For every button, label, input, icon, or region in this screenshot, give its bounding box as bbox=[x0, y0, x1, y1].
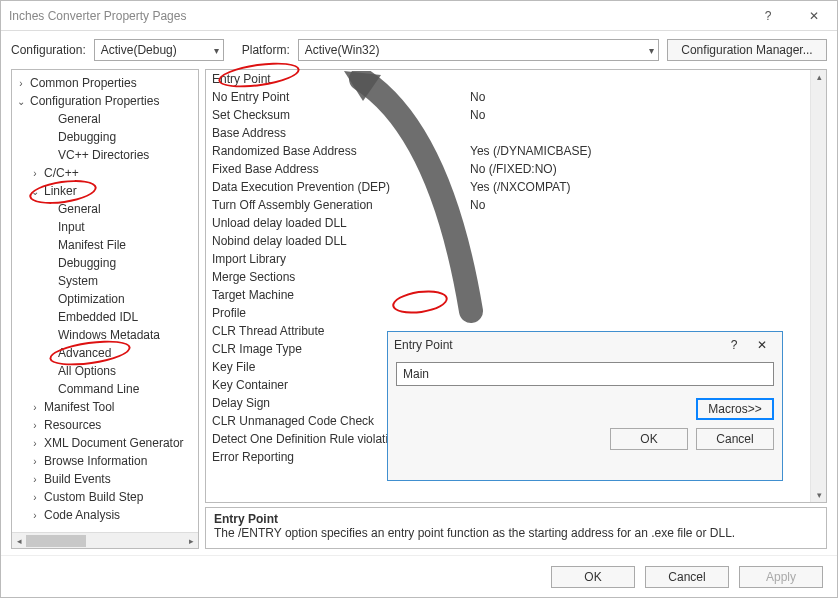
property-value[interactable]: No (/FIXED:NO) bbox=[466, 162, 810, 176]
property-row[interactable]: Nobind delay loaded DLL bbox=[206, 232, 810, 250]
tree-item-label: Resources bbox=[42, 418, 101, 432]
property-name: Profile bbox=[206, 306, 466, 320]
scroll-left-icon[interactable]: ◂ bbox=[12, 533, 26, 549]
property-row[interactable]: Base Address bbox=[206, 124, 810, 142]
tree-item-label: General bbox=[56, 202, 101, 216]
chevron-down-icon[interactable]: ⌄ bbox=[28, 186, 42, 197]
chevron-right-icon[interactable]: › bbox=[28, 474, 42, 485]
tree-item[interactable]: VC++ Directories bbox=[14, 146, 198, 164]
tree-item[interactable]: ›Build Events bbox=[14, 470, 198, 488]
ok-button[interactable]: OK bbox=[551, 566, 635, 588]
scroll-up-icon[interactable]: ▴ bbox=[811, 70, 827, 84]
property-row[interactable]: Fixed Base AddressNo (/FIXED:NO) bbox=[206, 160, 810, 178]
tree-item[interactable]: General bbox=[14, 110, 198, 128]
tree-item-label: Custom Build Step bbox=[42, 490, 143, 504]
chevron-down-icon: ▾ bbox=[214, 45, 219, 56]
scroll-down-icon[interactable]: ▾ bbox=[811, 488, 827, 502]
chevron-right-icon[interactable]: › bbox=[28, 420, 42, 431]
tree-item-label: Linker bbox=[42, 184, 77, 198]
property-row[interactable]: Unload delay loaded DLL bbox=[206, 214, 810, 232]
property-row[interactable]: Data Execution Prevention (DEP)Yes (/NXC… bbox=[206, 178, 810, 196]
property-row[interactable]: No Entry PointNo bbox=[206, 88, 810, 106]
chevron-right-icon[interactable]: › bbox=[28, 456, 42, 467]
close-icon[interactable]: ✕ bbox=[791, 1, 837, 31]
entry-point-popup: Entry Point ? ✕ Main Macros>> OK Cancel bbox=[387, 331, 783, 481]
tree-item[interactable]: Optimization bbox=[14, 290, 198, 308]
navigation-tree-pane: ›Common Properties⌄Configuration Propert… bbox=[11, 69, 199, 549]
configuration-combo[interactable]: Active(Debug) ▾ bbox=[94, 39, 224, 61]
tree-item[interactable]: General bbox=[14, 200, 198, 218]
property-row[interactable]: Entry Point bbox=[206, 70, 810, 88]
tree-item-label: Manifest Tool bbox=[42, 400, 114, 414]
property-row[interactable]: Set ChecksumNo bbox=[206, 106, 810, 124]
tree-item[interactable]: Command Line bbox=[14, 380, 198, 398]
property-name: Import Library bbox=[206, 252, 466, 266]
property-row[interactable]: Target Machine bbox=[206, 286, 810, 304]
cancel-button[interactable]: Cancel bbox=[645, 566, 729, 588]
scroll-right-icon[interactable]: ▸ bbox=[184, 533, 198, 549]
property-value[interactable]: Yes (/NXCOMPAT) bbox=[466, 180, 810, 194]
configuration-value: Active(Debug) bbox=[101, 43, 208, 57]
tree-item[interactable]: Windows Metadata bbox=[14, 326, 198, 344]
property-value[interactable]: No bbox=[466, 108, 810, 122]
tree-horizontal-scrollbar[interactable]: ◂ ▸ bbox=[12, 532, 198, 548]
property-pages-window: Inches Converter Property Pages ? ✕ Conf… bbox=[0, 0, 838, 598]
property-name: Entry Point bbox=[206, 72, 466, 86]
tree-item[interactable]: ›C/C++ bbox=[14, 164, 198, 182]
property-name: Merge Sections bbox=[206, 270, 466, 284]
tree-item-label: All Options bbox=[56, 364, 116, 378]
chevron-right-icon[interactable]: › bbox=[28, 492, 42, 503]
tree-item[interactable]: Manifest File bbox=[14, 236, 198, 254]
popup-close-icon[interactable]: ✕ bbox=[748, 338, 776, 352]
configuration-manager-button[interactable]: Configuration Manager... bbox=[667, 39, 827, 61]
tree-item[interactable]: Debugging bbox=[14, 254, 198, 272]
chevron-right-icon[interactable]: › bbox=[28, 510, 42, 521]
popup-ok-button[interactable]: OK bbox=[610, 428, 688, 450]
description-title: Entry Point bbox=[214, 512, 818, 526]
tree-item[interactable]: Advanced bbox=[14, 344, 198, 362]
tree-item-label: Build Events bbox=[42, 472, 111, 486]
tree-item[interactable]: ⌄Linker bbox=[14, 182, 198, 200]
property-row[interactable]: Profile bbox=[206, 304, 810, 322]
property-row[interactable]: Merge Sections bbox=[206, 268, 810, 286]
help-icon[interactable]: ? bbox=[745, 1, 791, 31]
property-value[interactable]: Yes (/DYNAMICBASE) bbox=[466, 144, 810, 158]
chevron-right-icon[interactable]: › bbox=[28, 438, 42, 449]
tree-item[interactable]: ›Code Analysis bbox=[14, 506, 198, 524]
tree-item[interactable]: ›Common Properties bbox=[14, 74, 198, 92]
window-title: Inches Converter Property Pages bbox=[9, 9, 745, 23]
property-value[interactable]: No bbox=[466, 198, 810, 212]
chevron-right-icon[interactable]: › bbox=[28, 402, 42, 413]
platform-combo[interactable]: Active(Win32) ▾ bbox=[298, 39, 659, 61]
tree-item[interactable]: ›Resources bbox=[14, 416, 198, 434]
tree-item-label: Windows Metadata bbox=[56, 328, 160, 342]
tree-item[interactable]: ⌄Configuration Properties bbox=[14, 92, 198, 110]
tree-item[interactable]: ›Custom Build Step bbox=[14, 488, 198, 506]
chevron-right-icon[interactable]: › bbox=[28, 168, 42, 179]
tree-item[interactable]: Embedded IDL bbox=[14, 308, 198, 326]
navigation-tree[interactable]: ›Common Properties⌄Configuration Propert… bbox=[12, 70, 198, 532]
property-row[interactable]: Randomized Base AddressYes (/DYNAMICBASE… bbox=[206, 142, 810, 160]
grid-vertical-scrollbar[interactable]: ▴ ▾ bbox=[810, 70, 826, 502]
popup-help-icon[interactable]: ? bbox=[720, 338, 748, 352]
property-row[interactable]: Import Library bbox=[206, 250, 810, 268]
description-pane: Entry Point The /ENTRY option specifies … bbox=[205, 507, 827, 549]
property-row[interactable]: Turn Off Assembly GenerationNo bbox=[206, 196, 810, 214]
tree-item[interactable]: Debugging bbox=[14, 128, 198, 146]
tree-item-label: Debugging bbox=[56, 130, 116, 144]
tree-item[interactable]: ›XML Document Generator bbox=[14, 434, 198, 452]
popup-titlebar: Entry Point ? ✕ bbox=[388, 332, 782, 358]
tree-item[interactable]: Input bbox=[14, 218, 198, 236]
tree-item[interactable]: System bbox=[14, 272, 198, 290]
chevron-down-icon[interactable]: ⌄ bbox=[14, 96, 28, 107]
chevron-right-icon[interactable]: › bbox=[14, 78, 28, 89]
scroll-thumb[interactable] bbox=[26, 535, 86, 547]
tree-item[interactable]: ›Browse Information bbox=[14, 452, 198, 470]
popup-cancel-button[interactable]: Cancel bbox=[696, 428, 774, 450]
property-value[interactable]: No bbox=[466, 90, 810, 104]
tree-item[interactable]: ›Manifest Tool bbox=[14, 398, 198, 416]
macros-button[interactable]: Macros>> bbox=[696, 398, 774, 420]
tree-item[interactable]: All Options bbox=[14, 362, 198, 380]
entry-point-input[interactable]: Main bbox=[396, 362, 774, 386]
apply-button[interactable]: Apply bbox=[739, 566, 823, 588]
